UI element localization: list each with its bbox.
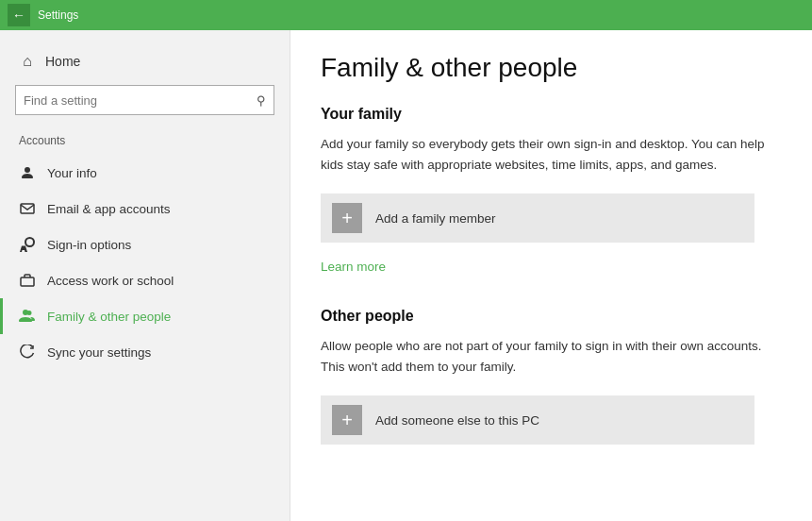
add-family-member-button[interactable]: + Add a family member [321,193,754,243]
content-area: Family & other people Your family Add yo… [290,30,812,521]
your-info-label: Your info [47,166,97,180]
sidebar: ⌂ Home ⚲ Accounts Your info [0,30,290,521]
email-icon [19,200,36,217]
search-box: ⚲ [15,85,274,115]
other-people-title: Other people [321,308,782,325]
other-people-section: Other people Allow people who are not pa… [321,308,782,445]
your-family-description: Add your family so everybody gets their … [321,134,782,175]
home-icon: ⌂ [19,53,36,70]
sidebar-item-your-info[interactable]: Your info [0,155,290,191]
search-button[interactable]: ⚲ [257,93,266,108]
search-input[interactable] [24,93,257,108]
email-accounts-label: Email & app accounts [47,202,171,216]
title-bar: ← Settings [0,0,812,30]
your-family-section: Your family Add your family so everybody… [321,106,782,300]
add-someone-else-button[interactable]: + Add someone else to this PC [321,395,754,445]
access-work-school-label: Access work or school [47,274,174,288]
search-icon: ⚲ [257,93,266,108]
accounts-section-label: Accounts [0,130,290,155]
sync-settings-label: Sync your settings [47,345,151,360]
sidebar-item-home[interactable]: ⌂ Home [0,45,290,77]
add-someone-plus-icon: + [332,405,362,435]
home-label: Home [45,54,80,69]
people-icon [19,308,36,325]
other-people-description: Allow people who are not part of your fa… [321,336,782,377]
family-other-people-label: Family & other people [47,310,171,324]
sidebar-item-sync-settings[interactable]: Sync your settings [0,334,290,370]
sidebar-item-email-app-accounts[interactable]: Email & app accounts [0,191,290,227]
add-family-plus-icon: + [332,203,362,233]
sidebar-item-sign-in-options[interactable]: Sign-in options [0,227,290,262]
your-family-title: Your family [321,106,782,123]
sync-icon [19,344,36,361]
page-title: Family & other people [321,53,782,83]
main-container: ⌂ Home ⚲ Accounts Your info [0,30,812,521]
briefcase-icon [19,272,36,289]
app-title: Settings [38,8,78,22]
add-someone-else-label: Add someone else to this PC [375,413,539,428]
sidebar-item-family-other-people[interactable]: Family & other people [0,298,290,334]
key-icon [19,236,36,253]
add-family-member-label: Add a family member [375,211,496,226]
back-icon: ← [12,8,25,23]
person-icon [19,164,36,181]
sign-in-options-label: Sign-in options [47,238,131,252]
back-button[interactable]: ← [8,4,30,26]
svg-rect-0 [21,204,34,213]
learn-more-link[interactable]: Learn more [321,260,386,274]
sidebar-item-access-work-school[interactable]: Access work or school [0,262,290,298]
svg-rect-1 [21,277,34,286]
